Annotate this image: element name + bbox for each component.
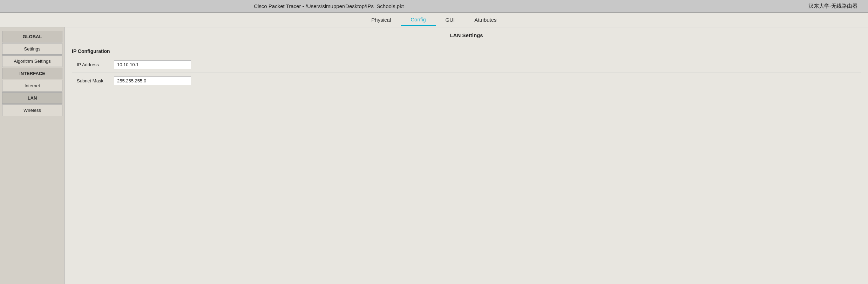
sidebar-item-internet[interactable]: Internet xyxy=(2,80,62,92)
ip-address-value-cell xyxy=(114,57,861,73)
ip-address-input[interactable] xyxy=(114,60,191,69)
subnet-mask-label: Subnet Mask xyxy=(72,73,114,89)
sidebar-group-global: GLOBAL xyxy=(2,31,62,42)
title-bar-right-text: 汉东大学-无线路由器 xyxy=(658,3,868,9)
tab-bar: Physical Config GUI Attributes xyxy=(0,13,868,27)
sidebar-item-wireless[interactable]: Wireless xyxy=(2,104,62,116)
subnet-mask-input[interactable] xyxy=(114,76,191,85)
tab-gui[interactable]: GUI xyxy=(436,14,465,26)
title-bar-center-text: Cisco Packet Tracer - /Users/simupper/De… xyxy=(0,3,658,9)
ip-address-label: IP Address xyxy=(72,57,114,73)
table-row: IP Address xyxy=(72,57,861,73)
tab-config[interactable]: Config xyxy=(401,14,435,26)
tab-physical[interactable]: Physical xyxy=(361,14,401,26)
content-area: LAN Settings IP Configuration IP Address… xyxy=(65,27,868,284)
sidebar-item-settings[interactable]: Settings xyxy=(2,43,62,55)
sidebar-item-algorithm-settings[interactable]: Algorithm Settings xyxy=(2,55,62,67)
config-table: IP Address Subnet Mask xyxy=(72,57,861,89)
table-row: Subnet Mask xyxy=(72,73,861,89)
section-title: LAN Settings xyxy=(65,27,868,42)
config-section: IP Configuration IP Address Subnet Mask xyxy=(72,48,861,89)
subnet-mask-value-cell xyxy=(114,73,861,89)
main-container: GLOBAL Settings Algorithm Settings INTER… xyxy=(0,27,868,284)
ip-configuration-label: IP Configuration xyxy=(72,48,861,54)
tab-attributes[interactable]: Attributes xyxy=(464,14,506,26)
sidebar: GLOBAL Settings Algorithm Settings INTER… xyxy=(0,27,65,284)
sidebar-group-interface: INTERFACE xyxy=(2,68,62,79)
sidebar-item-lan[interactable]: LAN xyxy=(2,92,62,104)
title-bar: Cisco Packet Tracer - /Users/simupper/De… xyxy=(0,0,868,13)
